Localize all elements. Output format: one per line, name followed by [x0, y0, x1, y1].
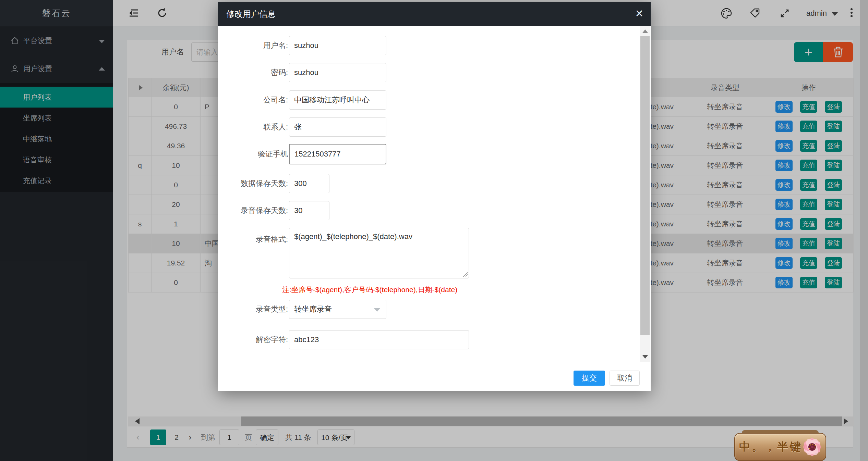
decrypt-label: 解密字符: [218, 330, 288, 349]
username-label: 用户名: [218, 36, 288, 55]
rec-format-field[interactable] [289, 228, 469, 278]
modal-scrollbar[interactable] [640, 26, 650, 362]
password-field[interactable] [289, 63, 386, 82]
phone-field[interactable] [289, 144, 386, 164]
chevron-down-icon [374, 308, 381, 312]
phone-label: 验证手机 [218, 145, 288, 164]
close-icon[interactable]: × [636, 2, 643, 25]
company-label: 公司名: [218, 90, 288, 110]
rec-type-value: 转坐席录音 [294, 300, 332, 319]
resize-handle-icon[interactable] [462, 272, 468, 277]
data-days-field[interactable] [289, 174, 329, 193]
submit-button[interactable]: 提交 [574, 371, 605, 386]
rec-days-label: 录音保存天数: [218, 201, 288, 220]
contact-label: 联系人: [218, 117, 288, 137]
ime-status-widget[interactable]: 中。，半键 [734, 430, 826, 461]
password-label: 密码: [218, 63, 288, 82]
flower-icon [799, 434, 825, 461]
rec-format-label: 录音格式: [218, 230, 288, 249]
contact-field[interactable] [289, 117, 386, 137]
data-days-label: 数据保存天数: [218, 174, 288, 193]
format-note: 注:坐席号-$(agent),客户号码-$(telephone),日期-$(da… [282, 285, 457, 295]
username-field[interactable] [289, 36, 386, 55]
ime-status-text: 中。，半键 [739, 433, 803, 460]
rec-days-field[interactable] [289, 201, 329, 220]
rec-type-label: 录音类型: [218, 300, 288, 319]
modal-header: 修改用户信息 × [218, 2, 651, 26]
scroll-up-icon[interactable] [642, 29, 648, 33]
modal-title: 修改用户信息 [226, 2, 276, 26]
edit-user-modal: 修改用户信息 × 用户名: 密码: 公司名: 联系人: 验证手机 数据保存天数:… [218, 2, 651, 391]
cancel-button[interactable]: 取消 [610, 371, 640, 386]
company-field[interactable] [289, 90, 386, 110]
scroll-down-icon[interactable] [642, 355, 648, 359]
rec-type-select[interactable]: 转坐席录音 [289, 300, 386, 319]
modal-scrollbar-thumb[interactable] [640, 36, 650, 335]
decrypt-field[interactable] [289, 330, 469, 349]
